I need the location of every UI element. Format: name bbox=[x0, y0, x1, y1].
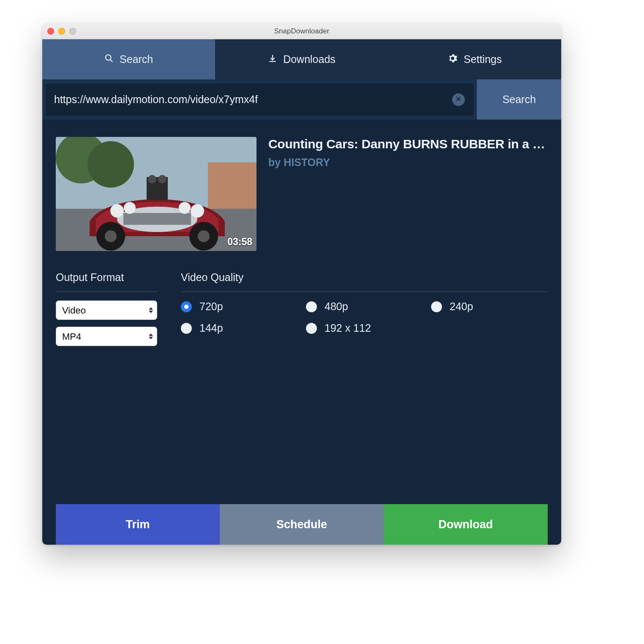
radio-icon bbox=[431, 301, 442, 312]
download-button[interactable]: Download bbox=[384, 504, 548, 545]
tab-settings-label: Settings bbox=[464, 53, 502, 65]
schedule-button-label: Schedule bbox=[276, 518, 327, 531]
video-author: by HISTORY bbox=[268, 156, 548, 169]
quality-option-480p[interactable]: 480p bbox=[306, 300, 423, 313]
thumbnail-illustration bbox=[56, 137, 257, 251]
tab-settings[interactable]: Settings bbox=[388, 39, 561, 79]
minimize-window-button[interactable] bbox=[58, 28, 65, 35]
video-by-prefix: by bbox=[268, 156, 284, 168]
quality-option-label: 240p bbox=[450, 300, 473, 313]
radio-icon bbox=[181, 301, 192, 312]
svg-point-21 bbox=[198, 230, 210, 242]
quality-option-720p[interactable]: 720p bbox=[181, 300, 297, 313]
output-format-label: Output Format bbox=[56, 271, 157, 284]
window-controls bbox=[47, 28, 76, 35]
close-icon bbox=[456, 96, 461, 104]
svg-point-14 bbox=[191, 204, 204, 218]
output-format-column: Output Format Video MP4 bbox=[56, 271, 157, 346]
tab-search[interactable]: Search bbox=[42, 39, 215, 79]
svg-point-0 bbox=[106, 55, 111, 60]
svg-point-16 bbox=[148, 175, 156, 183]
tab-downloads-label: Downloads bbox=[283, 53, 336, 65]
app-title: SnapDownloader bbox=[274, 27, 329, 35]
output-type-select[interactable]: Video bbox=[56, 300, 157, 320]
quality-option-144p[interactable]: 144p bbox=[181, 322, 297, 334]
clear-input-button[interactable] bbox=[452, 93, 465, 106]
main-area: 03:58 Counting Cars: Danny BURNS RUBBER … bbox=[42, 120, 561, 545]
quality-option-label: 192 x 112 bbox=[325, 322, 371, 334]
radio-icon bbox=[306, 301, 317, 312]
quality-option-label: 720p bbox=[199, 300, 223, 313]
svg-line-1 bbox=[110, 60, 113, 62]
trim-button[interactable]: Trim bbox=[56, 504, 220, 545]
quality-options-grid: 720p480p240p144p192 x 112 bbox=[181, 300, 548, 334]
quality-option-192x112[interactable]: 192 x 112 bbox=[306, 322, 423, 334]
svg-point-17 bbox=[158, 175, 166, 183]
video-quality-column: Video Quality 720p480p240p144p192 x 112 bbox=[181, 271, 548, 346]
svg-point-12 bbox=[124, 202, 136, 214]
schedule-button[interactable]: Schedule bbox=[220, 504, 384, 545]
video-thumbnail[interactable]: 03:58 bbox=[56, 137, 257, 251]
maximize-window-button[interactable] bbox=[69, 28, 76, 35]
svg-point-11 bbox=[110, 204, 124, 218]
tab-search-label: Search bbox=[120, 53, 153, 65]
search-button[interactable]: Search bbox=[477, 79, 561, 120]
options-area: Output Format Video MP4 bbox=[56, 271, 548, 346]
video-duration: 03:58 bbox=[227, 236, 252, 248]
divider bbox=[56, 291, 157, 292]
video-quality-label: Video Quality bbox=[181, 271, 548, 284]
trim-button-label: Trim bbox=[126, 518, 150, 531]
titlebar: SnapDownloader bbox=[42, 23, 561, 39]
search-icon bbox=[104, 53, 114, 65]
container-select-wrap: MP4 bbox=[56, 327, 157, 346]
svg-point-7 bbox=[87, 141, 134, 188]
search-button-label: Search bbox=[502, 93, 536, 106]
video-by-author: HISTORY bbox=[284, 156, 330, 168]
quality-option-240p[interactable]: 240p bbox=[431, 300, 548, 313]
close-window-button[interactable] bbox=[47, 28, 54, 35]
radio-icon bbox=[306, 323, 317, 334]
video-meta: Counting Cars: Danny BURNS RUBBER in a F… bbox=[268, 137, 548, 251]
radio-icon bbox=[181, 323, 192, 334]
footer-actions: Trim Schedule Download bbox=[56, 504, 548, 545]
svg-rect-10 bbox=[123, 213, 191, 225]
download-icon bbox=[268, 53, 277, 65]
top-tabs: Search Downloads Settings bbox=[42, 39, 561, 79]
quality-option-label: 144p bbox=[199, 322, 223, 334]
svg-point-20 bbox=[105, 230, 117, 242]
divider bbox=[181, 291, 548, 292]
url-input-container bbox=[46, 84, 473, 116]
output-type-select-wrap: Video bbox=[56, 300, 157, 320]
gear-icon bbox=[448, 53, 458, 66]
video-title: Counting Cars: Danny BURNS RUBBER in a F… bbox=[268, 137, 548, 151]
container-select[interactable]: MP4 bbox=[56, 327, 157, 346]
tab-downloads[interactable]: Downloads bbox=[215, 39, 388, 79]
download-button-label: Download bbox=[439, 518, 493, 531]
svg-point-13 bbox=[179, 202, 191, 214]
video-result-row: 03:58 Counting Cars: Danny BURNS RUBBER … bbox=[56, 137, 548, 251]
svg-rect-8 bbox=[208, 162, 257, 209]
app-window: SnapDownloader Search Downloads Settin bbox=[42, 23, 561, 545]
search-row: Search bbox=[42, 79, 561, 120]
url-input[interactable] bbox=[54, 93, 452, 106]
quality-option-label: 480p bbox=[325, 300, 348, 313]
